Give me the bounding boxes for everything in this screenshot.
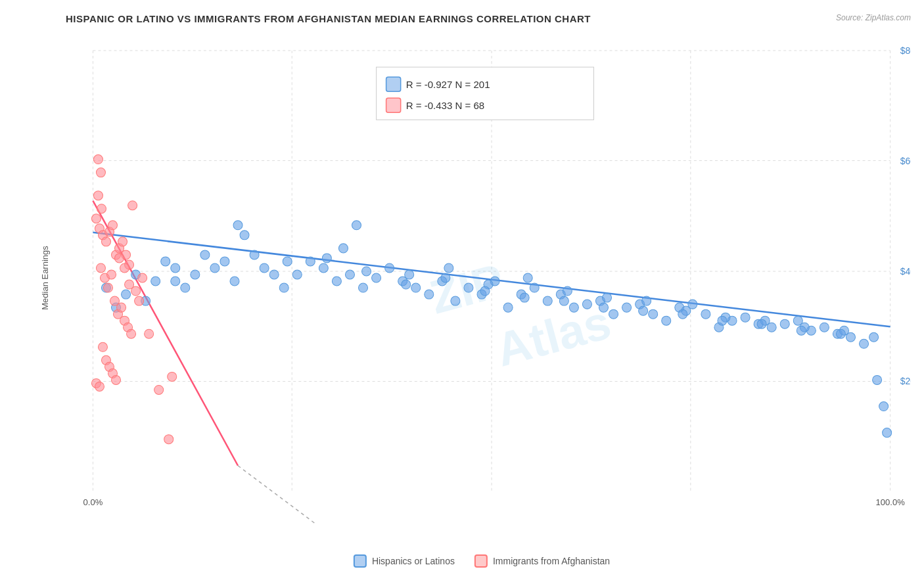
svg-text:$80,000: $80,000: [900, 45, 911, 56]
svg-point-106: [520, 293, 529, 302]
svg-point-112: [757, 319, 766, 328]
svg-point-103: [402, 280, 411, 289]
svg-point-137: [117, 303, 126, 312]
svg-point-35: [250, 250, 259, 259]
svg-point-111: [718, 316, 727, 325]
svg-point-55: [503, 303, 513, 312]
svg-point-145: [112, 375, 121, 384]
svg-line-19: [238, 466, 317, 525]
svg-point-113: [797, 326, 806, 335]
svg-point-114: [836, 329, 845, 338]
svg-point-102: [362, 267, 371, 276]
chart-area: Median Earnings $: [53, 31, 911, 525]
svg-point-58: [543, 296, 552, 305]
svg-point-125: [108, 221, 117, 230]
svg-point-150: [168, 372, 177, 381]
legend-blue-swatch: [354, 554, 367, 568]
svg-point-42: [332, 277, 341, 286]
svg-point-64: [622, 303, 632, 312]
svg-point-37: [269, 270, 279, 279]
svg-point-44: [359, 283, 368, 292]
svg-point-152: [145, 329, 154, 338]
svg-point-89: [444, 263, 453, 273]
svg-point-104: [441, 273, 450, 282]
svg-point-43: [345, 270, 354, 279]
svg-point-61: [582, 300, 591, 309]
svg-point-60: [569, 303, 578, 312]
svg-point-30: [200, 250, 210, 259]
svg-point-83: [873, 375, 882, 384]
svg-point-160: [164, 435, 173, 444]
svg-point-123: [101, 237, 110, 246]
legend-blue-label: Hispanics or Latinos: [372, 556, 455, 566]
svg-point-70: [701, 309, 710, 319]
svg-point-22: [122, 290, 131, 299]
svg-point-110: [678, 309, 687, 319]
legend-blue: Hispanics or Latinos: [354, 554, 455, 568]
svg-point-84: [879, 402, 889, 411]
svg-point-51: [451, 296, 460, 305]
chart-container: HISPANIC OR LATINO VS IMMIGRANTS FROM AF…: [0, 0, 924, 586]
svg-point-101: [322, 254, 331, 263]
svg-point-107: [559, 296, 568, 305]
svg-point-86: [352, 221, 361, 230]
svg-point-100: [283, 257, 292, 266]
svg-text:0.0%: 0.0%: [83, 497, 103, 507]
svg-point-120: [91, 214, 101, 223]
svg-point-118: [93, 155, 103, 164]
svg-point-140: [127, 329, 136, 338]
svg-point-26: [161, 257, 170, 266]
svg-point-116: [171, 277, 180, 286]
svg-point-29: [191, 270, 200, 279]
svg-point-67: [662, 316, 671, 325]
svg-point-25: [151, 277, 160, 286]
svg-point-151: [138, 273, 147, 282]
svg-point-153: [93, 191, 103, 200]
main-chart: $20,000 $40,000 $60,000 $80,000 0.0% 100…: [53, 31, 911, 525]
svg-point-115: [869, 332, 879, 342]
svg-point-154: [97, 204, 106, 214]
svg-point-159: [135, 296, 144, 305]
svg-point-76: [780, 319, 789, 328]
svg-point-155: [115, 254, 124, 263]
svg-point-85: [883, 428, 892, 438]
svg-point-147: [95, 382, 104, 391]
svg-point-131: [96, 263, 105, 273]
svg-point-148: [128, 201, 137, 210]
svg-point-149: [154, 385, 164, 394]
svg-point-73: [741, 313, 750, 322]
svg-point-87: [233, 221, 243, 230]
svg-point-34: [240, 231, 249, 240]
svg-point-91: [523, 273, 532, 282]
svg-point-82: [860, 339, 869, 348]
svg-rect-161: [377, 67, 594, 120]
svg-point-36: [260, 263, 269, 273]
svg-point-41: [319, 263, 328, 273]
legend-pink: Immigrants from Afghanistan: [474, 554, 610, 568]
svg-text:100.0%: 100.0%: [876, 497, 906, 507]
svg-point-79: [820, 323, 829, 332]
svg-point-141: [98, 342, 107, 351]
legend-pink-label: Immigrants from Afghanistan: [493, 556, 610, 566]
svg-text:$60,000: $60,000: [900, 156, 911, 166]
svg-point-28: [181, 283, 190, 292]
svg-rect-162: [386, 77, 401, 91]
chart-title: HISPANIC OR LATINO VS IMMIGRANTS FROM AF…: [66, 13, 911, 24]
svg-text:R = -0.433    N =  68: R = -0.433 N = 68: [406, 100, 485, 111]
legend: Hispanics or Latinos Immigrants from Afg…: [354, 554, 610, 568]
svg-point-128: [118, 237, 127, 246]
svg-point-117: [338, 244, 348, 253]
legend-pink-swatch: [474, 554, 488, 568]
svg-point-49: [425, 290, 434, 299]
svg-point-31: [210, 263, 219, 273]
svg-point-27: [171, 263, 180, 273]
svg-point-39: [292, 270, 302, 279]
svg-point-108: [599, 303, 608, 312]
svg-text:R = -0.927    N = 201: R = -0.927 N = 201: [406, 79, 490, 90]
svg-text:$20,000: $20,000: [900, 376, 911, 386]
svg-point-94: [642, 296, 651, 305]
source-label: Source: ZipAtlas.com: [836, 13, 911, 22]
svg-point-105: [480, 286, 490, 296]
svg-rect-164: [386, 98, 401, 112]
svg-point-57: [530, 283, 539, 292]
